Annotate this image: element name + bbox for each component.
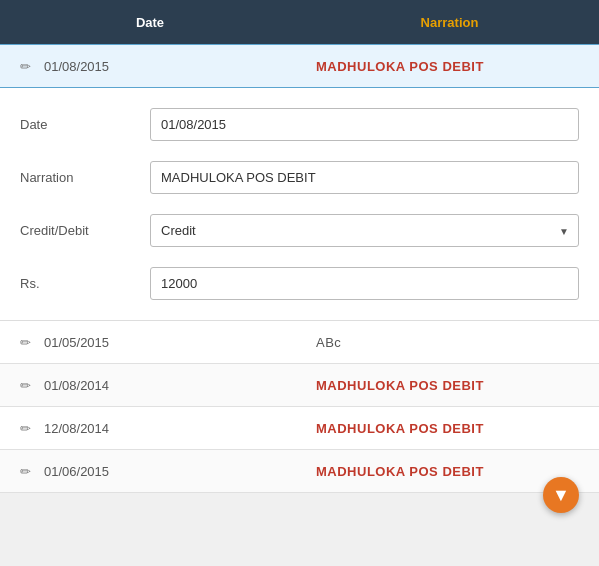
- fab-button[interactable]: ▼: [543, 477, 579, 513]
- edit-icon-selected[interactable]: ✏: [16, 57, 34, 75]
- form-row-credit-debit: Credit/Debit Credit Debit: [0, 204, 599, 257]
- edit-icon-1[interactable]: ✏: [16, 376, 34, 394]
- table-row[interactable]: ✏ 12/08/2014 MADHULOKA POS DEBIT: [0, 407, 599, 450]
- row-date-cell-2: ✏ 12/08/2014: [0, 407, 300, 449]
- form-row-amount: Rs.: [0, 257, 599, 310]
- row-narration-2: MADHULOKA POS DEBIT: [300, 409, 599, 448]
- form-row-date: Date: [0, 98, 599, 151]
- selected-row[interactable]: ✏ 01/08/2015 MADHULOKA POS DEBIT: [0, 44, 599, 88]
- credit-debit-select[interactable]: Credit Debit: [150, 214, 579, 247]
- row-date-1: 01/08/2014: [44, 378, 109, 393]
- form-narration-label: Narration: [20, 170, 150, 185]
- selected-row-narration: MADHULOKA POS DEBIT: [300, 47, 599, 86]
- form-credit-debit-label: Credit/Debit: [20, 223, 150, 238]
- form-amount-field: [150, 267, 579, 300]
- header-narration: Narration: [300, 0, 599, 44]
- table-row[interactable]: ✏ 01/08/2014 MADHULOKA POS DEBIT: [0, 364, 599, 407]
- row-narration-0: ABc: [300, 323, 599, 362]
- table-header: Date Narration: [0, 0, 599, 44]
- date-input[interactable]: [150, 108, 579, 141]
- table-row[interactable]: ✏ 01/05/2015 ABc: [0, 321, 599, 364]
- row-date-3: 01/06/2015: [44, 464, 109, 479]
- amount-input[interactable]: [150, 267, 579, 300]
- row-date-2: 12/08/2014: [44, 421, 109, 436]
- narration-input[interactable]: [150, 161, 579, 194]
- edit-icon-0[interactable]: ✏: [16, 333, 34, 351]
- row-narration-1: MADHULOKA POS DEBIT: [300, 366, 599, 405]
- row-date-cell-0: ✏ 01/05/2015: [0, 321, 300, 363]
- row-date-0: 01/05/2015: [44, 335, 109, 350]
- row-date-cell-1: ✏ 01/08/2014: [0, 364, 300, 406]
- table-row[interactable]: ✏ 01/06/2015 MADHULOKA POS DEBIT: [0, 450, 599, 493]
- row-date-cell-3: ✏ 01/06/2015: [0, 450, 300, 492]
- header-date: Date: [0, 0, 300, 44]
- selected-row-date: 01/08/2015: [44, 59, 109, 74]
- edit-form: Date Narration Credit/Debit Credit Debit: [0, 88, 599, 321]
- form-date-label: Date: [20, 117, 150, 132]
- data-rows-section: ✏ 01/05/2015 ABc ✏ 01/08/2014 MADHULOKA …: [0, 321, 599, 493]
- form-credit-debit-field: Credit Debit: [150, 214, 579, 247]
- form-row-narration: Narration: [0, 151, 599, 204]
- form-date-field: [150, 108, 579, 141]
- form-narration-field: [150, 161, 579, 194]
- edit-icon-2[interactable]: ✏: [16, 419, 34, 437]
- edit-icon-3[interactable]: ✏: [16, 462, 34, 480]
- form-amount-label: Rs.: [20, 276, 150, 291]
- main-container: Date Narration ✏ 01/08/2015 MADHULOKA PO…: [0, 0, 599, 493]
- selected-row-date-cell: ✏ 01/08/2015: [0, 45, 300, 87]
